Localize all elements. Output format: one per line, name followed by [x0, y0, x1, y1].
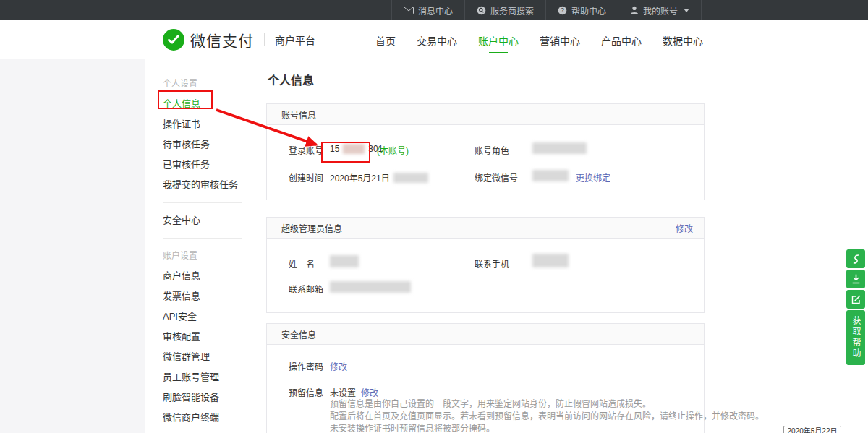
- super-admin-header: 超级管理员信息: [281, 222, 342, 234]
- edit-reserved-info-link[interactable]: 修改: [361, 386, 378, 398]
- topbar-item-help-center[interactable]: ? 帮助中心: [545, 0, 618, 20]
- rebind-wechat-link[interactable]: 更换绑定: [576, 171, 610, 184]
- main-content: 个人信息 账号信息 登录账号 15 301 (本账号) 账号角色 创建时间 20…: [266, 59, 705, 433]
- title-divider: [266, 95, 705, 95]
- account-role-label: 账号角色: [475, 144, 509, 156]
- brand-name: 微信支付: [190, 29, 254, 51]
- created-date: 2020年5月21日: [330, 171, 390, 184]
- floating-action-stack: 获取帮助: [846, 249, 865, 365]
- utility-topbar: 消息中心 服务商搜索 ? 帮助中心 我的账号: [0, 0, 868, 20]
- sidebar-group-account-settings: 账户设置: [163, 246, 250, 266]
- edit-icon: [851, 295, 861, 304]
- nav-account-center[interactable]: 账户中心: [474, 20, 523, 59]
- masked-value: [330, 255, 359, 267]
- user-icon: [630, 6, 639, 14]
- sidebar-item-staff-account-management[interactable]: 员工账号管理: [163, 367, 250, 387]
- masked-value: [393, 173, 428, 183]
- sidebar-item-wechat-merchant-terminal[interactable]: 微信商户终端: [163, 408, 250, 428]
- account-info-header: 账号信息: [281, 108, 316, 121]
- created-time-value: 2020年5月21日: [330, 171, 428, 184]
- bound-wechat-label: 绑定微信号: [475, 171, 518, 184]
- feedback-button[interactable]: [846, 290, 865, 309]
- brand[interactable]: 微信支付 商户平台: [163, 29, 315, 51]
- sidebar-item-api-security[interactable]: API安全: [163, 306, 250, 327]
- note-line: 预留信息是由你自己设置的一段文字，用来鉴定网站身份，防止假冒网站造成损失。: [330, 398, 764, 411]
- sidebar-divider: [163, 202, 242, 203]
- annotation-box-login-account: [321, 142, 370, 163]
- brand-separator: [264, 33, 265, 46]
- sidebar-item-wechat-group-management[interactable]: 微信群管理: [163, 347, 250, 367]
- merchant-platform-screen: 消息中心 服务商搜索 ? 帮助中心 我的账号 微信支付 商户平台 首页 交易中心: [0, 0, 868, 433]
- reserved-info-label: 预留信息: [289, 386, 323, 398]
- download-button[interactable]: [846, 270, 865, 288]
- wechat-pay-logo-icon: [163, 29, 184, 51]
- contact-phone-label: 联系手机: [475, 257, 509, 270]
- nav-product-center[interactable]: 产品中心: [597, 20, 646, 59]
- topbar-label: 帮助中心: [571, 4, 606, 17]
- edit-admin-link[interactable]: 修改: [676, 222, 693, 234]
- sidebar-item-security-center[interactable]: 安全中心: [163, 210, 250, 231]
- question-circle-icon: ?: [558, 6, 567, 15]
- link-button[interactable]: [846, 249, 865, 268]
- reserved-info-value: 未设置: [330, 386, 356, 398]
- created-time-label: 创建时间: [289, 171, 323, 184]
- get-help-label: 获取帮助: [851, 316, 861, 359]
- portal-name: 商户平台: [275, 33, 315, 47]
- sidebar-item-pending-review-tasks[interactable]: 待审核任务: [163, 134, 250, 155]
- sidebar-divider: [163, 238, 242, 239]
- nav-marketing-center[interactable]: 营销中心: [535, 20, 584, 59]
- search-circle-icon: [477, 6, 486, 15]
- security-info-header: 安全信息: [281, 328, 316, 340]
- masked-value: [532, 254, 569, 267]
- sidebar-item-operation-certificate[interactable]: 操作证书: [163, 114, 250, 134]
- download-icon: [851, 274, 861, 284]
- name-label: 姓 名: [289, 257, 315, 270]
- masked-value: [532, 170, 569, 181]
- login-account-label: 登录账号: [289, 144, 323, 156]
- chevron-down-icon: [684, 9, 689, 12]
- site-header: 微信支付 商户平台 首页 交易中心 账户中心 营销中心 产品中心 数据中心: [0, 20, 868, 59]
- note-line: 配置后将在首页及充值页面显示。若未看到预留信息，表明当前访问的网站存在风险，请终…: [330, 411, 764, 423]
- annotation-box-sidebar-personal-info: [158, 90, 213, 109]
- sidebar-item-my-submitted-tasks[interactable]: 我提交的审核任务: [163, 175, 250, 195]
- topbar-label: 消息中心: [418, 4, 453, 17]
- current-account-note: (本账号): [377, 144, 409, 156]
- get-help-button[interactable]: 获取帮助: [846, 310, 865, 365]
- security-info-section: 安全信息 操作密码 修改 预留信息 未设置 修改 预留信息是由你自己设置的一段文…: [266, 323, 705, 433]
- edit-password-link[interactable]: 修改: [330, 360, 347, 372]
- masked-value: [330, 281, 411, 293]
- sidebar-item-face-smart-devices[interactable]: 刷脸智能设备: [163, 387, 250, 408]
- note-line: 未安装操作证书时预留信息将被部分掩码。: [330, 423, 764, 433]
- topbar-item-my-account[interactable]: 我的账号: [618, 0, 702, 20]
- contact-email-label: 联系邮箱: [289, 283, 323, 295]
- nav-transaction-center[interactable]: 交易中心: [412, 20, 461, 59]
- sidebar: 个人设置 个人信息 操作证书 待审核任务 已审核任务 我提交的审核任务 安全中心…: [145, 59, 250, 433]
- sidebar-item-reviewed-tasks[interactable]: 已审核任务: [163, 155, 250, 175]
- main-nav: 首页 交易中心 账户中心 营销中心 产品中心 数据中心: [371, 20, 707, 59]
- active-tab-underline: [489, 52, 508, 53]
- masked-value: [532, 142, 587, 154]
- topbar-label: 服务商搜索: [490, 4, 534, 17]
- nav-account-center-label: 账户中心: [478, 35, 519, 47]
- sidebar-item-invoice-info[interactable]: 发票信息: [163, 286, 250, 306]
- operation-password-label: 操作密码: [289, 360, 323, 372]
- super-admin-section: 超级管理员信息 修改 姓 名 联系手机 联系邮箱: [266, 217, 705, 313]
- svg-text:?: ?: [561, 7, 564, 14]
- topbar-label: 我的账号: [643, 4, 678, 17]
- page-left-gutter: [0, 59, 145, 433]
- sidebar-item-merchant-info[interactable]: 商户信息: [163, 266, 250, 286]
- date-tooltip: 2020年5月22日: [783, 426, 841, 433]
- topbar-item-provider-search[interactable]: 服务商搜索: [464, 0, 545, 20]
- nav-home[interactable]: 首页: [371, 20, 400, 59]
- topbar-item-message-center[interactable]: 消息中心: [391, 0, 464, 20]
- mail-icon: [404, 7, 414, 14]
- page-title: 个人信息: [268, 71, 314, 88]
- link-icon: [851, 254, 861, 265]
- reserved-info-notes: 预留信息是由你自己设置的一段文字，用来鉴定网站身份，防止假冒网站造成损失。 配置…: [330, 398, 764, 433]
- nav-data-center[interactable]: 数据中心: [658, 20, 707, 59]
- sidebar-item-review-config[interactable]: 审核配置: [163, 327, 250, 347]
